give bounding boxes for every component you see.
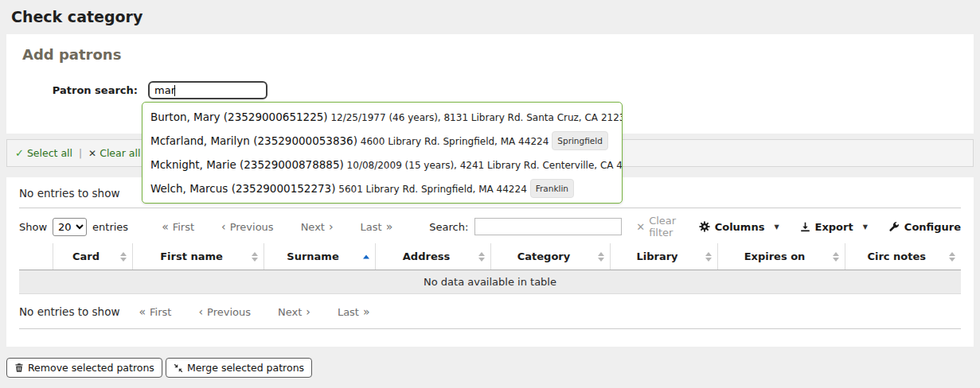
last-page-button[interactable]: Last» <box>361 220 393 233</box>
x-icon: ✕ <box>88 148 96 159</box>
autocomplete-result[interactable]: Welch, Marcus (23529000152273) 5601 Libr… <box>143 177 622 200</box>
sort-icon <box>705 252 712 262</box>
patron-autocomplete-dropdown: Burton, Mary (23529000651225) 12/25/1977… <box>142 102 623 204</box>
page-title: Check category <box>11 8 969 25</box>
library-badge: Franklin <box>530 179 574 198</box>
show-label: Show <box>19 221 47 233</box>
chevron-right-icon: › <box>329 220 334 233</box>
double-chevron-right-icon: » <box>363 305 370 318</box>
text-caret <box>174 85 175 96</box>
page-length-select[interactable]: 20 <box>53 218 87 236</box>
autocomplete-result[interactable]: Mcfarland, Marilyn (23529000053836) 4600… <box>143 129 622 153</box>
x-icon: ✕ <box>636 221 645 233</box>
next-page-button[interactable]: Next› <box>278 305 310 318</box>
sort-icon <box>478 252 485 262</box>
sort-asc-icon <box>363 254 369 258</box>
columns-dropdown-button[interactable]: Columns ▼ <box>699 221 779 233</box>
patron-search-input[interactable] <box>148 81 267 99</box>
caret-down-icon: ▼ <box>863 223 868 231</box>
next-page-button[interactable]: Next› <box>301 220 334 233</box>
double-chevron-left-icon: « <box>162 220 169 233</box>
column-header-first-name[interactable]: First name <box>132 243 264 270</box>
add-patrons-heading: Add patrons <box>6 34 974 63</box>
column-header-surname[interactable]: Surname <box>264 243 375 270</box>
previous-page-button[interactable]: ‹Previous <box>198 305 251 318</box>
column-header-category[interactable]: Category <box>490 243 610 270</box>
column-header-library[interactable]: Library <box>610 243 717 270</box>
first-page-button[interactable]: «First <box>139 305 171 318</box>
wrench-icon <box>888 221 900 232</box>
table-info-bottom: No entries to show <box>19 305 119 318</box>
remove-selected-patrons-button[interactable]: Remove selected patrons <box>6 358 162 378</box>
chevron-left-icon: ‹ <box>198 305 203 318</box>
previous-page-button[interactable]: ‹Previous <box>221 220 274 233</box>
column-header-circ-notes[interactable]: Circ notes <box>845 243 961 270</box>
sort-icon <box>598 252 604 262</box>
first-page-button[interactable]: «First <box>162 220 194 233</box>
select-all-link[interactable]: ✓ Select all <box>15 147 72 159</box>
clear-all-link[interactable]: ✕ Clear all <box>88 147 140 159</box>
empty-table-row: No data available in table <box>19 270 961 294</box>
divider <box>19 328 961 329</box>
sort-icon <box>120 252 127 262</box>
column-header-card[interactable]: Card <box>53 243 132 270</box>
sort-icon <box>252 252 258 262</box>
divider <box>19 208 961 208</box>
merge-compress-icon <box>174 363 183 373</box>
patrons-table: Card First name Surname Address Category… <box>19 243 961 294</box>
clear-filter-button[interactable]: ✕ Clear filter <box>636 215 698 239</box>
merge-selected-patrons-button[interactable]: Merge selected patrons <box>166 358 312 378</box>
library-badge: Springfield <box>552 131 608 150</box>
column-header-address[interactable]: Address <box>375 243 490 270</box>
export-dropdown-button[interactable]: Export ▼ <box>800 221 868 233</box>
check-icon: ✓ <box>15 147 24 159</box>
last-page-button[interactable]: Last» <box>338 305 370 318</box>
patron-search-label: Patron search: <box>6 84 138 96</box>
trash-icon <box>14 363 24 373</box>
column-header-checkbox <box>19 243 53 270</box>
download-icon <box>800 222 810 232</box>
chevron-right-icon: › <box>306 305 310 318</box>
separator: | <box>79 148 82 159</box>
caret-down-icon: ▼ <box>774 223 779 231</box>
table-search-label: Search: <box>429 221 468 233</box>
chevron-left-icon: ‹ <box>221 220 226 233</box>
autocomplete-result[interactable]: Burton, Mary (23529000651225) 12/25/1977… <box>143 105 622 129</box>
double-chevron-right-icon: » <box>386 220 393 233</box>
sort-icon <box>833 252 839 262</box>
sort-icon <box>949 252 955 262</box>
entries-label: entries <box>92 221 128 233</box>
no-data-message: No data available in table <box>19 270 961 294</box>
column-header-expires-on[interactable]: Expires on <box>717 243 845 270</box>
autocomplete-result[interactable]: Mcknight, Marie (23529000878885) 10/08/2… <box>143 153 622 177</box>
configure-button[interactable]: Configure <box>888 221 961 233</box>
gear-icon <box>699 221 710 232</box>
double-chevron-left-icon: « <box>139 305 146 318</box>
table-search-input[interactable] <box>474 218 622 235</box>
